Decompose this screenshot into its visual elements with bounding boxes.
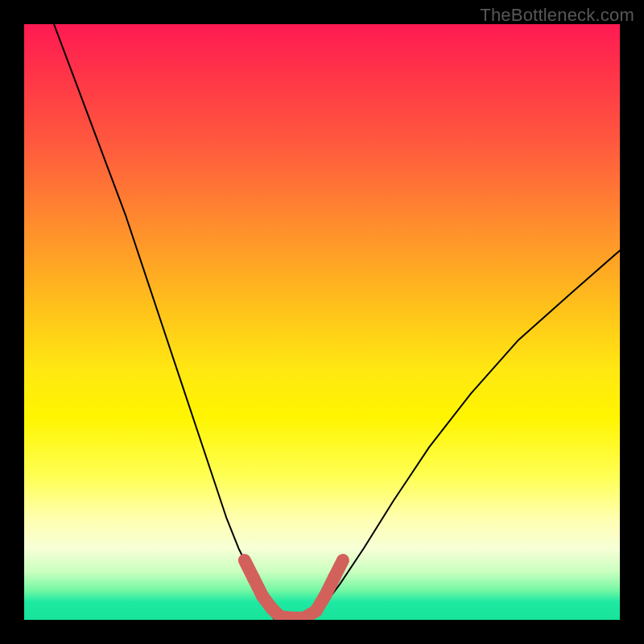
chart-svg <box>24 24 620 620</box>
watermark-text: TheBottleneck.com <box>480 5 634 26</box>
chart-frame: TheBottleneck.com <box>0 0 644 644</box>
bottleneck-curve <box>54 24 620 620</box>
plot-area <box>24 24 620 620</box>
highlight-segment <box>334 560 343 578</box>
highlight-markers <box>245 560 343 618</box>
